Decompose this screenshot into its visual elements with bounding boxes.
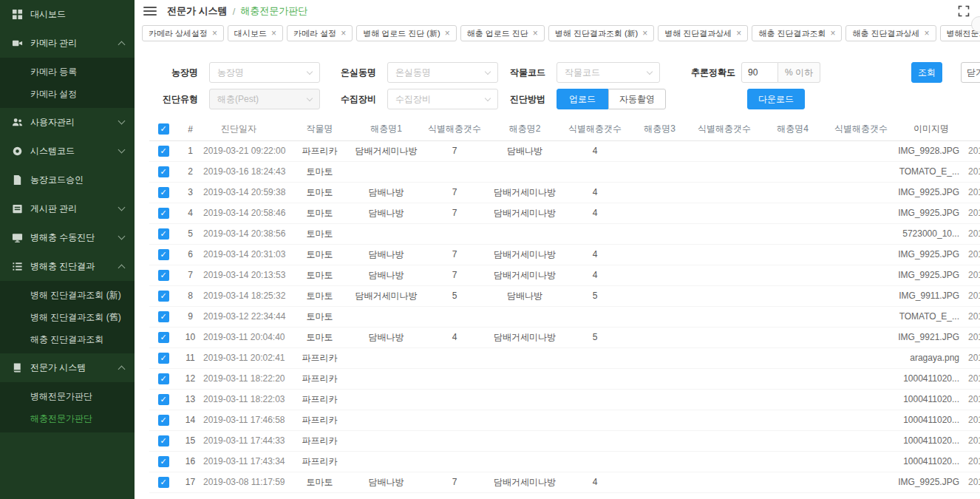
tab-close-icon[interactable]: × bbox=[341, 29, 346, 38]
sidebar-item[interactable]: 대시보드 bbox=[0, 0, 135, 29]
row-checkbox[interactable]: ✓ bbox=[158, 270, 169, 281]
tab-close-icon[interactable]: × bbox=[271, 29, 276, 38]
tab-close-icon[interactable]: × bbox=[830, 29, 835, 38]
cell-date: 2019-03-11 17:43:34 bbox=[203, 451, 288, 472]
row-checkbox[interactable]: ✓ bbox=[158, 187, 169, 198]
fullscreen-icon[interactable] bbox=[958, 5, 970, 17]
tab-label: 병해 진단결과조회 (新) bbox=[555, 28, 638, 39]
row-checkbox[interactable]: ✓ bbox=[158, 394, 169, 405]
row-checkbox-cell: ✓ bbox=[149, 285, 177, 306]
accuracy-input[interactable] bbox=[741, 62, 778, 83]
cell-pest2 bbox=[488, 306, 562, 327]
row-checkbox[interactable]: ✓ bbox=[158, 435, 169, 447]
sidebar-subitem[interactable]: 병해 진단결과조회 (新) bbox=[0, 284, 135, 306]
table-row: ✓92019-03-12 22:34:44토마토TOMATO_E_...2019 bbox=[149, 306, 980, 327]
sidebar-item[interactable]: 시스템코드 bbox=[0, 137, 135, 166]
tab-item[interactable]: 카메라 상세설정× bbox=[142, 25, 224, 41]
sidebar-subitem[interactable]: 카메라 등록 bbox=[0, 61, 135, 83]
tab-close-icon[interactable]: × bbox=[925, 29, 930, 38]
row-checkbox[interactable]: ✓ bbox=[158, 249, 169, 260]
cell-count4 bbox=[828, 368, 894, 389]
search-button[interactable]: 조회 bbox=[911, 62, 942, 83]
cell-crop: 토마토 bbox=[288, 327, 351, 347]
cell-date: 2019-03-21 09:22:00 bbox=[203, 140, 288, 161]
cell-count2 bbox=[562, 430, 628, 451]
col-count4: 식별해충갯수 bbox=[828, 118, 894, 140]
row-checkbox[interactable]: ✓ bbox=[158, 146, 169, 157]
cell-crop: 파프리카 bbox=[288, 368, 351, 389]
tab-item[interactable]: 병해 진단결과상세× bbox=[658, 25, 748, 41]
diagnosis-type-select[interactable]: 해충(Pest) bbox=[209, 89, 320, 109]
row-checkbox[interactable]: ✓ bbox=[158, 373, 169, 384]
tab-close-icon[interactable]: × bbox=[533, 29, 538, 38]
cell-count3 bbox=[691, 430, 758, 451]
row-checkbox[interactable]: ✓ bbox=[158, 332, 169, 343]
row-checkbox[interactable]: ✓ bbox=[158, 291, 169, 302]
tab-close-icon[interactable]: × bbox=[642, 29, 647, 38]
sidebar-item[interactable]: 게시판 관리 bbox=[0, 194, 135, 223]
cell-count1: 7 bbox=[421, 244, 488, 265]
tab-item[interactable]: 병해 진단결과조회 (新)× bbox=[548, 25, 654, 41]
tab-item[interactable]: 해충 진단결과조회× bbox=[752, 25, 842, 41]
cell-regdate: 2019 bbox=[968, 285, 980, 306]
breadcrumb-root: 전문가 시스템 bbox=[167, 4, 228, 18]
row-checkbox[interactable]: ✓ bbox=[158, 477, 169, 488]
sidebar-item[interactable]: 카메라 관리 bbox=[0, 29, 135, 58]
table-row: ✓152019-03-11 17:44:33파프리카1000411020...2… bbox=[149, 430, 980, 451]
cell-pest2: 담배거세미나방 bbox=[488, 472, 562, 492]
sidebar-item[interactable]: 전문가 시스템 bbox=[0, 353, 135, 382]
sidebar-item[interactable]: 병해충 진단결과 bbox=[0, 252, 135, 281]
sidebar-item[interactable]: 농장코드승인 bbox=[0, 166, 135, 194]
select-all-checkbox[interactable]: ✓ bbox=[158, 123, 169, 135]
cell-pest2: 담배나방 bbox=[488, 285, 562, 306]
cell-crop: 파프리카 bbox=[288, 430, 351, 451]
cell-count2: 4 bbox=[562, 265, 628, 285]
sidebar-subitem[interactable]: 병해 진단결과조회 (舊) bbox=[0, 306, 135, 328]
row-checkbox[interactable]: ✓ bbox=[158, 353, 169, 364]
cell-count1 bbox=[421, 368, 488, 389]
row-checkbox[interactable]: ✓ bbox=[158, 311, 169, 322]
tab-item[interactable]: 병해 업로드 진단 (新)× bbox=[356, 25, 457, 41]
chevron-down-icon bbox=[307, 69, 313, 75]
tab-item[interactable]: 해충 진단결과상세× bbox=[845, 25, 936, 41]
cell-count3 bbox=[691, 472, 758, 492]
tab-close-icon[interactable]: × bbox=[445, 29, 450, 38]
tab-close-icon[interactable]: × bbox=[736, 29, 741, 38]
col-no: # bbox=[177, 118, 203, 140]
cell-pest4 bbox=[758, 347, 828, 368]
cell-pest4 bbox=[758, 389, 828, 410]
auto-capture-method-button[interactable]: 자동촬영 bbox=[608, 89, 666, 109]
cell-pest4 bbox=[758, 327, 828, 347]
equipment-select[interactable]: 수집장비 bbox=[387, 89, 498, 109]
download-button[interactable]: 다운로드 bbox=[747, 89, 805, 109]
tab-item[interactable]: 해충 업로드 진단× bbox=[460, 25, 545, 41]
row-checkbox[interactable]: ✓ bbox=[158, 415, 169, 426]
crop-code-select[interactable]: 작물코드 bbox=[557, 62, 660, 83]
tab-item[interactable]: 카메라 설정× bbox=[287, 25, 353, 41]
cell-image: TOMATO_E_... bbox=[894, 161, 968, 182]
cell-pest4 bbox=[758, 430, 828, 451]
row-checkbox[interactable]: ✓ bbox=[158, 208, 169, 219]
tab-close-icon[interactable]: × bbox=[212, 29, 217, 38]
sidebar-subitem[interactable]: 해충 진단결과조회 bbox=[0, 328, 135, 350]
farm-name-select[interactable]: 농장명 bbox=[209, 62, 320, 83]
cell-regdate: 2019 bbox=[968, 182, 980, 203]
sidebar-menu: 대시보드카메라 관리카메라 등록카메라 설정사용자관리시스템코드농장코드승인게시… bbox=[0, 0, 135, 432]
close-button[interactable]: 닫기 bbox=[961, 62, 980, 83]
tab-item[interactable]: 대시보드× bbox=[228, 25, 283, 41]
row-checkbox[interactable]: ✓ bbox=[158, 166, 169, 177]
cell-no: 6 bbox=[177, 244, 203, 265]
sidebar-subitem[interactable]: 해충전문가판단 bbox=[0, 407, 135, 430]
row-checkbox[interactable]: ✓ bbox=[158, 228, 169, 240]
row-checkbox[interactable]: ✓ bbox=[158, 456, 169, 467]
cell-pest3 bbox=[628, 203, 691, 223]
greenhouse-select[interactable]: 온실동명 bbox=[387, 62, 498, 83]
sidebar-item[interactable]: 사용자관리 bbox=[0, 108, 135, 137]
cell-pest1: 담배나방 bbox=[351, 203, 421, 223]
cell-pest4 bbox=[758, 285, 828, 306]
upload-method-button[interactable]: 업로드 bbox=[557, 89, 608, 109]
sidebar-subitem[interactable]: 카메라 설정 bbox=[0, 83, 135, 105]
hamburger-menu-icon[interactable] bbox=[143, 7, 157, 16]
sidebar-subitem[interactable]: 병해전문가판단 bbox=[0, 385, 135, 407]
sidebar-item[interactable]: 병해충 수동진단 bbox=[0, 223, 135, 252]
